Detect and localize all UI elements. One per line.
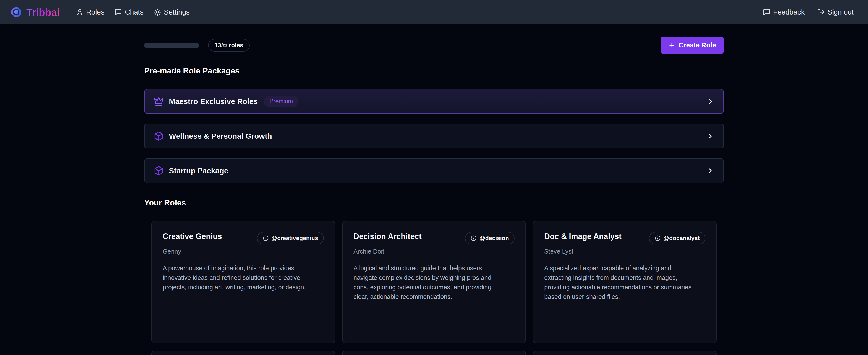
- role-card-partial[interactable]: [151, 351, 335, 355]
- package-row-wellness[interactable]: Wellness & Personal Growth: [144, 123, 724, 148]
- role-subtitle: Genny: [163, 248, 324, 255]
- logout-icon: [817, 8, 825, 16]
- package-row-maestro[interactable]: Maestro Exclusive Roles Premium: [144, 89, 724, 114]
- role-card-header: Doc & Image Analyst @docanalyst: [544, 232, 705, 244]
- main-content: 13/∞ roles Create Role Pre-made Role Pac…: [144, 37, 724, 355]
- nav-item-label: Settings: [164, 8, 190, 16]
- role-subtitle: Archie Doit: [353, 248, 515, 255]
- roles-count-label: 13/∞ roles: [214, 42, 243, 49]
- sign-out-button[interactable]: Sign out: [817, 8, 854, 16]
- role-description: A powerhouse of imagination, this role p…: [163, 263, 311, 292]
- role-handle-badge[interactable]: @creativegenius: [257, 232, 324, 244]
- package-title: Maestro Exclusive Roles: [169, 97, 258, 106]
- role-card-header: Creative Genius @creativegenius: [163, 232, 324, 244]
- role-card-partial[interactable]: [342, 351, 526, 355]
- role-handle-badge[interactable]: @decision: [465, 232, 515, 244]
- chevron-right-icon: [707, 132, 714, 140]
- premade-packages-heading: Pre-made Role Packages: [144, 66, 724, 76]
- create-role-label: Create Role: [679, 41, 716, 49]
- feedback-label: Feedback: [773, 8, 805, 16]
- your-roles-heading: Your Roles: [144, 198, 724, 207]
- info-icon: [471, 235, 477, 241]
- role-handle: @docanalyst: [663, 235, 700, 242]
- role-subtitle: Steve Lyst: [544, 248, 705, 255]
- primary-nav: Roles Chats Settings: [76, 8, 190, 16]
- role-card-creative-genius[interactable]: Creative Genius @creativegenius Genny A …: [151, 221, 335, 343]
- package-list: Maestro Exclusive Roles Premium Wellness…: [144, 89, 724, 183]
- package-row-startup[interactable]: Startup Package: [144, 158, 724, 183]
- role-card-doc-image-analyst[interactable]: Doc & Image Analyst @docanalyst Steve Ly…: [533, 221, 717, 343]
- tribbai-logo-icon: [10, 6, 22, 18]
- chevron-right-icon: [707, 167, 714, 175]
- user-icon: [76, 8, 84, 16]
- feedback-button[interactable]: Feedback: [763, 8, 805, 16]
- chat-bubble-icon: [763, 8, 771, 16]
- role-handle-badge[interactable]: @docanalyst: [649, 232, 705, 244]
- role-card-header: Decision Architect @decision: [353, 232, 515, 244]
- role-title: Creative Genius: [163, 232, 222, 241]
- plus-icon: [668, 42, 675, 49]
- nav-item-settings[interactable]: Settings: [154, 8, 190, 16]
- package-title: Startup Package: [169, 167, 228, 175]
- info-icon: [655, 235, 661, 241]
- roles-progress-bar: [144, 43, 199, 48]
- brand-logo[interactable]: Tribbai: [10, 6, 60, 18]
- nav-item-label: Chats: [125, 8, 143, 16]
- gear-icon: [154, 8, 161, 16]
- crown-icon: [154, 96, 164, 107]
- role-description: A logical and structured guide that help…: [353, 263, 502, 301]
- sign-out-label: Sign out: [828, 8, 854, 16]
- nav-item-label: Roles: [86, 8, 104, 16]
- top-navigation: Tribbai Roles Chats: [0, 0, 868, 24]
- premium-badge: Premium: [264, 96, 299, 107]
- nav-item-roles[interactable]: Roles: [76, 8, 104, 16]
- role-title: Decision Architect: [353, 232, 422, 241]
- roles-grid-row-2: [151, 351, 717, 355]
- roles-toolbar: 13/∞ roles Create Role: [144, 37, 724, 54]
- role-handle: @creativegenius: [272, 235, 318, 242]
- chevron-right-icon: [707, 97, 714, 105]
- role-title: Doc & Image Analyst: [544, 232, 622, 241]
- create-role-button[interactable]: Create Role: [660, 37, 724, 54]
- role-card-decision-architect[interactable]: Decision Architect @decision Archie Doit…: [342, 221, 526, 343]
- roles-count-badge: 13/∞ roles: [208, 39, 250, 52]
- secondary-nav: Feedback Sign out: [763, 8, 854, 16]
- nav-item-chats[interactable]: Chats: [114, 8, 143, 16]
- chat-bubble-icon: [114, 8, 122, 16]
- package-icon: [154, 166, 164, 176]
- brand-name: Tribbai: [26, 6, 60, 18]
- role-description: A specialized expert capable of analyzin…: [544, 263, 692, 301]
- package-title: Wellness & Personal Growth: [169, 132, 272, 141]
- role-card-partial[interactable]: [533, 351, 717, 355]
- package-icon: [154, 131, 164, 141]
- roles-grid: Creative Genius @creativegenius Genny A …: [151, 221, 717, 343]
- info-icon: [263, 235, 269, 241]
- role-handle: @decision: [479, 235, 509, 242]
